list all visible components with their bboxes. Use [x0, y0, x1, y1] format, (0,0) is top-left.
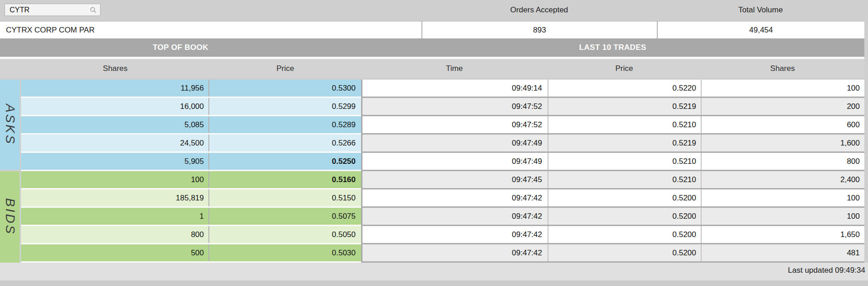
trade-time-cell: 09:47:45: [361, 171, 548, 188]
status-bar: Last updated 09:49:34: [0, 263, 868, 286]
trade-price-cell: 0.5219: [548, 135, 701, 151]
bid-row-with-trade-row[interactable]: 8000.505009:47:420.52001,650: [21, 226, 864, 243]
bid-row-with-trade-row[interactable]: 5000.503009:47:420.5200481: [21, 244, 864, 261]
bid-shares-cell: 1: [21, 208, 209, 225]
security-info-row: CYTRX CORP COM PAR 893 49,454: [0, 21, 864, 39]
bid-row-with-trade-row[interactable]: 10.507509:47:420.5200100: [21, 208, 864, 225]
ask-shares-cell: 5,085: [21, 116, 209, 133]
top-of-book-app: Orders Accepted Total Volume CYTRX CORP …: [0, 0, 868, 286]
trades-time-header: Time: [361, 64, 548, 73]
trade-time-cell: 09:47:42: [361, 189, 548, 206]
ask-row-with-trade-row[interactable]: 5,0850.528909:47:520.5210600: [21, 116, 864, 133]
trade-shares-cell: 200: [701, 98, 864, 115]
ask-price-cell: 0.5300: [209, 80, 361, 97]
trade-shares-cell: 800: [701, 153, 864, 170]
trade-shares-cell: 100: [701, 80, 864, 97]
trade-time-cell: 09:47:52: [361, 98, 548, 115]
column-headers: Shares Price Time Price Shares: [0, 59, 864, 78]
section-band: TOP OF BOOK LAST 10 TRADES: [0, 38, 864, 57]
trade-price-cell: 0.5200: [548, 189, 701, 206]
orders-accepted-value: 893: [421, 22, 657, 39]
ask-row-with-trade-row[interactable]: 24,5000.526609:47:490.52191,600: [21, 135, 864, 151]
trade-price-cell: 0.5210: [548, 153, 701, 170]
trade-time-cell: 09:49:14: [361, 80, 548, 97]
symbol-search-input[interactable]: [5, 6, 90, 14]
trade-time-cell: 09:47:52: [361, 116, 548, 133]
trade-shares-cell: 1,600: [701, 135, 864, 151]
ask-row-with-trade-row[interactable]: 16,0000.529909:47:520.5219200: [21, 98, 864, 115]
trade-time-cell: 09:47:42: [361, 208, 548, 225]
trade-shares-cell: 600: [701, 116, 864, 133]
bid-shares-cell: 800: [21, 226, 209, 243]
bid-price-cell: 0.5050: [209, 226, 361, 243]
trade-price-cell: 0.5210: [548, 171, 701, 188]
trade-time-cell: 09:47:49: [361, 153, 548, 170]
bid-price-cell: 0.5160: [209, 171, 361, 188]
bid-row-with-trade-row[interactable]: 1000.516009:47:450.52102,400: [21, 171, 864, 188]
book-price-header: Price: [209, 64, 361, 73]
total-volume-value: 49,454: [657, 22, 864, 39]
orders-accepted-header: Orders Accepted: [421, 0, 657, 21]
bid-shares-cell: 100: [21, 171, 209, 188]
trade-time-cell: 09:47:42: [361, 226, 548, 243]
last-10-trades-title: LAST 10 TRADES: [361, 38, 864, 57]
ask-shares-cell: 5,905: [21, 153, 209, 170]
search-icon[interactable]: [90, 7, 100, 13]
order-book-and-trades-grid: 11,9560.530009:49:140.522010016,0000.529…: [21, 80, 864, 263]
asks-section-label: ASKS: [0, 80, 20, 170]
trade-shares-cell: 2,400: [701, 171, 864, 188]
trade-shares-cell: 100: [701, 189, 864, 206]
ask-row-with-trade-row[interactable]: 5,9050.525009:47:490.5210800: [21, 153, 864, 170]
top-of-book-title: TOP OF BOOK: [0, 38, 361, 57]
trade-shares-cell: 481: [701, 244, 864, 261]
book-shares-header: Shares: [21, 64, 209, 73]
ask-price-cell: 0.5266: [209, 135, 361, 151]
bid-shares-cell: 185,819: [21, 189, 209, 206]
bid-price-cell: 0.5075: [209, 208, 361, 225]
bid-shares-cell: 500: [21, 244, 209, 261]
trades-shares-header: Shares: [701, 64, 864, 73]
trade-shares-cell: 1,650: [701, 226, 864, 243]
ask-price-cell: 0.5299: [209, 98, 361, 115]
trade-price-cell: 0.5219: [548, 98, 701, 115]
ask-shares-cell: 16,000: [21, 98, 209, 115]
security-name: CYTRX CORP COM PAR: [0, 22, 421, 39]
trade-time-cell: 09:47:49: [361, 135, 548, 151]
trades-price-header: Price: [548, 64, 701, 73]
symbol-search[interactable]: [5, 4, 101, 16]
top-bar: Orders Accepted Total Volume: [0, 0, 868, 21]
ask-row-with-trade-row[interactable]: 11,9560.530009:49:140.5220100: [21, 80, 864, 97]
bid-row-with-trade-row[interactable]: 185,8190.515009:47:420.5200100: [21, 189, 864, 206]
trade-time-cell: 09:47:42: [361, 244, 548, 261]
ask-price-cell: 0.5289: [209, 116, 361, 133]
trade-price-cell: 0.5200: [548, 226, 701, 243]
trade-price-cell: 0.5210: [548, 116, 701, 133]
ask-price-cell: 0.5250: [209, 153, 361, 170]
trade-price-cell: 0.5200: [548, 244, 701, 261]
trade-shares-cell: 100: [701, 208, 864, 225]
trade-price-cell: 0.5200: [548, 208, 701, 225]
bids-section-label: BIDS: [0, 171, 20, 263]
ask-shares-cell: 11,956: [21, 80, 209, 97]
bid-price-cell: 0.5030: [209, 244, 361, 261]
last-updated: Last updated 09:49:34: [788, 266, 865, 275]
trade-price-cell: 0.5220: [548, 80, 701, 97]
ask-shares-cell: 24,500: [21, 135, 209, 151]
total-volume-header: Total Volume: [657, 0, 864, 21]
bid-price-cell: 0.5150: [209, 189, 361, 206]
